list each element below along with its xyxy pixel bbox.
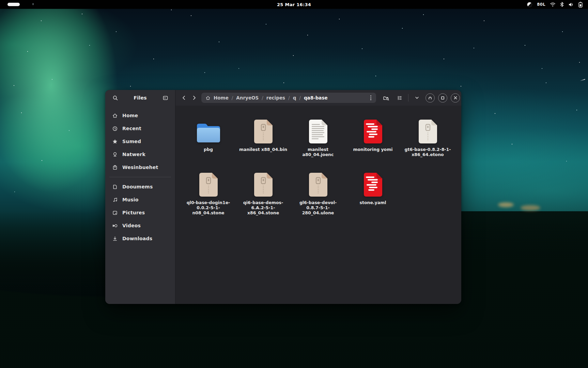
- archive-icon: [198, 169, 219, 198]
- minimize-icon: [428, 96, 432, 100]
- sidebar-divider: [109, 177, 171, 177]
- yaml-file-icon: [362, 169, 384, 198]
- maximize-button[interactable]: [438, 93, 447, 103]
- sidebar-item-label: Dooumems: [122, 184, 153, 189]
- sidebar-item-downloads[interactable]: Downloads: [108, 232, 172, 245]
- documents-icon: [112, 184, 118, 190]
- file-item[interactable]: manilest x88_04.bin: [236, 116, 291, 169]
- clock[interactable]: 25 Mar 16:34: [0, 0, 588, 9]
- file-item[interactable]: gt6-base-0.8.2-8-1-x86_64.etono: [400, 116, 455, 169]
- toolbar-actions: [381, 93, 460, 103]
- breadcrumb-separator: /: [288, 95, 290, 101]
- file-name: ql0-base-dogin1e-0.0.2-5-1-n08_04.stone: [184, 200, 233, 215]
- archive-icon: [253, 116, 274, 144]
- sidebar-item-network[interactable]: Natwerk: [108, 148, 172, 161]
- file-item[interactable]: ql0-base-dogin1e-0.0.2-5-1-n08_04.stone: [181, 169, 236, 222]
- battery-percent: 80L: [537, 2, 545, 7]
- status-area[interactable]: 80L: [527, 0, 583, 9]
- breadcrumb-current[interactable]: qa8-base: [304, 95, 328, 101]
- file-name: gt6-base-0.8.2-8-1-x86_64.etono: [403, 147, 453, 157]
- file-item[interactable]: stone.yaml: [345, 169, 400, 222]
- sidebar-item-label: Sumed: [122, 139, 141, 144]
- search-folder-button[interactable]: [381, 93, 391, 103]
- sidebar-item-label: Recent: [122, 126, 141, 131]
- file-item[interactable]: pbg: [181, 116, 236, 169]
- sidebar-list: Home Recent Sumed: [105, 106, 175, 245]
- sidebar-item-wastebasket[interactable]: Wesinbuehet: [108, 161, 172, 174]
- more-options-button[interactable]: [369, 94, 373, 102]
- breadcrumb-home[interactable]: Home: [214, 95, 229, 101]
- recent-clock-icon: [112, 126, 118, 132]
- breadcrumb-recipes[interactable]: recipes: [266, 95, 285, 101]
- text-file-icon: [308, 116, 329, 144]
- sidebar-toggle-icon: [163, 95, 168, 101]
- forward-icon: [191, 95, 197, 101]
- sidebar-item-pictures[interactable]: Pictures: [108, 206, 172, 219]
- sidebar-item-label: Videos: [122, 223, 141, 228]
- toolbar: Home / AnryeOS / recipes / q / qa8-base: [175, 90, 461, 106]
- close-button[interactable]: [451, 93, 460, 103]
- file-name: manilest x88_04.bin: [239, 147, 287, 152]
- search-folder-icon: [383, 95, 389, 101]
- files-window: Files Home Rece: [105, 90, 461, 304]
- downloads-icon: [112, 236, 118, 242]
- files-grid: pbg manilest x88_04.bin manilest a80_04.…: [175, 106, 461, 304]
- file-name: qi6-base-demos-6.A.2-5-1-x86_04.stone: [238, 200, 288, 215]
- content-pane: Home / AnryeOS / recipes / q / qa8-base: [175, 90, 461, 304]
- shore-light: [498, 202, 514, 207]
- pictures-icon: [112, 210, 118, 216]
- darkmode-icon: [527, 2, 532, 7]
- chevron-down-icon: [415, 95, 419, 100]
- battery-icon: [578, 2, 583, 7]
- search-icon: [112, 95, 118, 101]
- sidebar-item-recent[interactable]: Recent: [108, 122, 172, 135]
- sidebar-item-label: Pictures: [122, 210, 145, 215]
- star-icon: [112, 139, 118, 144]
- sidebar-item-starred[interactable]: Sumed: [108, 135, 172, 148]
- search-button[interactable]: [110, 93, 120, 103]
- home-icon: [112, 113, 118, 119]
- breadcrumb-separator: /: [262, 95, 263, 101]
- sidebar-item-home[interactable]: Home: [108, 109, 172, 122]
- file-name: gl6-base-devol-0.8.7-5-1-280_04.ulone: [293, 200, 343, 215]
- sidebar-item-music[interactable]: Musio: [108, 193, 172, 206]
- music-icon: [112, 197, 118, 203]
- file-name: stone.yaml: [359, 200, 386, 205]
- volume-icon: [568, 2, 574, 7]
- network-icon: [112, 152, 118, 157]
- back-button[interactable]: [179, 92, 189, 104]
- list-view-icon: [397, 95, 403, 101]
- breadcrumb-anryeos[interactable]: AnryeOS: [236, 95, 259, 101]
- file-name: monitoring yomi: [353, 147, 392, 152]
- sidebar-item-label: Musio: [122, 197, 139, 202]
- wastebasket-icon: [112, 165, 118, 170]
- close-icon: [453, 96, 458, 100]
- file-item[interactable]: qi6-base-demos-6.A.2-5-1-x86_04.stone: [236, 169, 291, 222]
- breadcrumb-separator: /: [232, 95, 233, 101]
- top-bar: 25 Mar 16:34 80L: [0, 0, 588, 9]
- forward-button[interactable]: [189, 92, 199, 104]
- yaml-file-icon: [362, 116, 384, 144]
- breadcrumb[interactable]: Home / AnryeOS / recipes / q / qa8-base: [201, 93, 376, 103]
- maximize-icon: [441, 96, 445, 100]
- file-item[interactable]: gl6-base-devol-0.8.7-5-1-280_04.ulone: [291, 169, 345, 222]
- sidebar-item-documents[interactable]: Dooumems: [108, 180, 172, 193]
- file-item[interactable]: monitoring yomi: [345, 116, 400, 169]
- sidebar-toggle-button[interactable]: [160, 93, 170, 103]
- breadcrumb-q[interactable]: q: [293, 95, 296, 101]
- wifi-icon: [550, 2, 556, 7]
- app-title: Files: [120, 95, 160, 101]
- minimize-button[interactable]: [425, 93, 435, 103]
- file-item[interactable]: manilest a80_04.joenc: [291, 116, 345, 169]
- sidebar-item-videos[interactable]: Videos: [108, 219, 172, 232]
- sidebar: Files Home Rece: [105, 90, 175, 304]
- view-options-button[interactable]: [412, 93, 422, 103]
- desktop: 25 Mar 16:34 80L: [0, 0, 588, 368]
- bluetooth-icon: [560, 2, 564, 7]
- toolbar-separator: [408, 94, 408, 102]
- sidebar-item-label: Home: [122, 113, 138, 118]
- file-name: manilest a80_04.joenc: [293, 147, 343, 157]
- archive-icon: [417, 116, 438, 144]
- list-view-button[interactable]: [394, 93, 405, 103]
- archive-icon: [308, 169, 329, 198]
